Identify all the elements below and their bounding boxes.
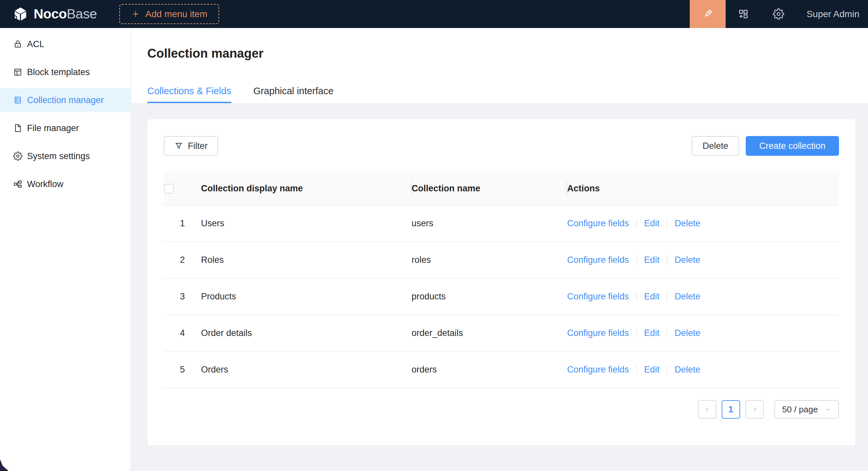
configure-fields-link[interactable]: Configure fields — [567, 365, 629, 375]
column-header-display-name: Collection display name — [201, 172, 411, 205]
row-actions: Configure fieldsEditDelete — [567, 328, 839, 338]
ui-editor-button[interactable] — [690, 0, 726, 28]
edit-link[interactable]: Edit — [644, 328, 660, 338]
appstore-add-icon — [738, 8, 749, 20]
row-index: 4 — [164, 328, 201, 338]
sidebar-item-file-manager[interactable]: File manager — [0, 116, 130, 140]
action-divider — [666, 220, 667, 228]
chevron-down-icon — [825, 406, 831, 413]
delete-link[interactable]: Delete — [675, 365, 700, 375]
row-actions: Configure fieldsEditDelete — [567, 218, 839, 229]
action-divider — [636, 220, 637, 228]
edit-link[interactable]: Edit — [644, 292, 660, 302]
plugins-button[interactable] — [738, 8, 749, 20]
row-actions: Configure fieldsEditDelete — [567, 292, 839, 302]
chevron-right-icon — [751, 406, 758, 413]
row-index: 5 — [164, 365, 201, 375]
sidebar-item-label: Collection manager — [27, 95, 104, 105]
nocobase-cube-icon — [12, 6, 28, 22]
database-icon — [13, 96, 27, 105]
table-row: 1 Users users Configure fieldsEditDelete — [164, 205, 839, 242]
select-all-checkbox[interactable] — [164, 184, 174, 194]
sidebar-item-block-templates[interactable]: Block templates — [0, 60, 130, 84]
sidebar: ACL Block templates Collection manager F… — [0, 28, 131, 471]
sidebar-item-label: System settings — [27, 151, 90, 161]
configure-fields-link[interactable]: Configure fields — [567, 255, 629, 265]
cell-collection-name: orders — [411, 351, 567, 388]
cell-collection-name: products — [411, 278, 567, 315]
table-header-row: Collection display name Collection name … — [164, 172, 839, 205]
delete-link[interactable]: Delete — [675, 328, 700, 338]
configure-fields-link[interactable]: Configure fields — [567, 292, 629, 302]
action-divider — [636, 366, 637, 374]
pagination: 1 50 / page — [164, 400, 839, 418]
delete-button[interactable]: Delete — [692, 136, 739, 156]
delete-link[interactable]: Delete — [675, 292, 700, 302]
collections-card: Filter Delete Create collection Collecti… — [148, 119, 855, 445]
cell-display-name: Users — [201, 205, 411, 242]
sidebar-item-label: Workflow — [27, 179, 64, 190]
action-divider — [666, 293, 667, 301]
tab-collections-fields[interactable]: Collections & Fields — [147, 86, 231, 103]
row-actions: Configure fieldsEditDelete — [567, 365, 839, 375]
row-index: 1 — [164, 218, 201, 229]
action-divider — [636, 293, 637, 301]
configure-fields-link[interactable]: Configure fields — [567, 218, 629, 229]
tab-graphical-interface[interactable]: Graphical interface — [253, 86, 334, 103]
add-menu-item-label: Add menu item — [145, 9, 207, 20]
highlighter-icon — [702, 8, 714, 20]
sidebar-item-acl[interactable]: ACL — [0, 32, 130, 56]
table-row: 3 Products products Configure fieldsEdit… — [164, 278, 839, 315]
cell-collection-name: roles — [411, 242, 567, 278]
sidebar-item-collection-manager[interactable]: Collection manager — [0, 88, 130, 112]
gear-icon — [773, 8, 784, 20]
sidebar-item-label: Block templates — [27, 67, 90, 77]
sidebar-item-workflow[interactable]: Workflow — [0, 172, 130, 196]
user-menu[interactable]: Super Admin — [807, 9, 860, 20]
row-index: 2 — [164, 255, 201, 265]
delete-link[interactable]: Delete — [675, 255, 700, 265]
row-actions: Configure fieldsEditDelete — [567, 255, 839, 265]
edit-link[interactable]: Edit — [644, 365, 660, 375]
collections-table: Collection display name Collection name … — [164, 172, 839, 388]
file-icon — [13, 124, 27, 133]
configure-fields-link[interactable]: Configure fields — [567, 328, 629, 338]
cell-display-name: Products — [201, 278, 411, 315]
action-divider — [636, 256, 637, 265]
create-collection-button[interactable]: Create collection — [746, 136, 839, 156]
app-window: NocoBase Add menu item — [0, 0, 868, 471]
chevron-left-icon — [704, 406, 711, 413]
edit-link[interactable]: Edit — [644, 218, 660, 229]
row-index: 3 — [164, 292, 201, 302]
sidebar-item-system-settings[interactable]: System settings — [0, 144, 130, 168]
filter-icon — [174, 142, 183, 150]
table-row: 2 Roles roles Configure fieldsEditDelete — [164, 242, 839, 278]
edit-link[interactable]: Edit — [644, 255, 660, 265]
column-header-actions: Actions — [567, 172, 839, 205]
action-divider — [666, 256, 667, 265]
filter-button[interactable]: Filter — [164, 136, 218, 156]
settings-button[interactable] — [773, 8, 784, 20]
header-actions: Super Admin — [690, 0, 868, 28]
table-row: 4 Order details order_details Configure … — [164, 315, 839, 351]
prev-page-button[interactable] — [698, 400, 716, 418]
page-number-button[interactable]: 1 — [722, 400, 740, 418]
cell-display-name: Roles — [201, 242, 411, 278]
plus-icon — [131, 9, 140, 19]
collections-table-body: 1 Users users Configure fieldsEditDelete… — [164, 205, 839, 388]
layout-icon — [13, 68, 27, 77]
toolbar: Filter Delete Create collection — [164, 136, 839, 156]
table-row: 5 Orders orders Configure fieldsEditDele… — [164, 351, 839, 388]
page-header: Collection manager Collections & Fields … — [131, 28, 868, 103]
page-size-value: 50 / page — [782, 404, 818, 415]
page-size-select[interactable]: 50 / page — [774, 400, 839, 418]
next-page-button[interactable] — [745, 400, 764, 418]
cell-display-name: Orders — [201, 351, 411, 388]
tab-bar: Collections & Fields Graphical interface — [147, 86, 334, 103]
action-divider — [666, 366, 667, 374]
delete-link[interactable]: Delete — [675, 218, 700, 229]
action-divider — [666, 329, 667, 338]
nocobase-logo[interactable]: NocoBase — [12, 6, 97, 22]
cell-collection-name: order_details — [411, 315, 567, 351]
add-menu-item-button[interactable]: Add menu item — [119, 4, 219, 24]
